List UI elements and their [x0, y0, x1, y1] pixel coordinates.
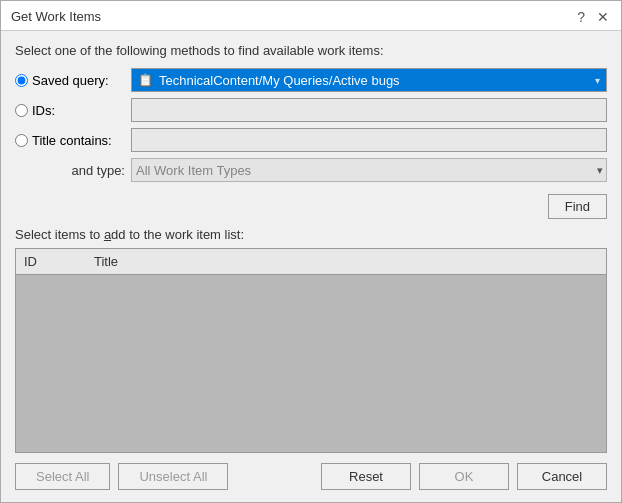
- title-contains-radio-label[interactable]: Title contains:: [15, 133, 125, 148]
- saved-query-field[interactable]: 📋 TechnicalContent/My Queries/Active bug…: [131, 68, 607, 92]
- ids-radio-label[interactable]: IDs:: [15, 103, 125, 118]
- column-header-title: Title: [86, 252, 606, 271]
- left-action-buttons: Select All Unselect All: [15, 463, 228, 490]
- close-button[interactable]: ✕: [595, 10, 611, 24]
- title-controls: ? ✕: [575, 10, 611, 24]
- and-type-select[interactable]: All Work Item Types: [131, 158, 607, 182]
- reset-button[interactable]: Reset: [321, 463, 411, 490]
- saved-query-row: Saved query: 📋 TechnicalContent/My Queri…: [15, 68, 607, 92]
- get-work-items-dialog: Get Work Items ? ✕ Select one of the fol…: [0, 0, 622, 503]
- find-button[interactable]: Find: [548, 194, 607, 219]
- title-contains-input[interactable]: [131, 128, 607, 152]
- table-header: ID Title: [16, 249, 606, 275]
- ids-input[interactable]: [131, 98, 607, 122]
- and-type-select-wrapper: All Work Item Types: [131, 158, 607, 182]
- dialog-body: Select one of the following methods to f…: [1, 31, 621, 502]
- saved-query-dropdown-arrow: ▾: [595, 75, 600, 86]
- ids-radio[interactable]: [15, 104, 28, 117]
- ids-row: IDs:: [15, 98, 607, 122]
- method-selection-rows: Saved query: 📋 TechnicalContent/My Queri…: [15, 68, 607, 182]
- work-items-table: ID Title: [15, 248, 607, 453]
- saved-query-radio-label[interactable]: Saved query:: [15, 73, 125, 88]
- title-contains-label: Title contains:: [32, 133, 112, 148]
- cancel-button[interactable]: Cancel: [517, 463, 607, 490]
- right-action-buttons: Reset OK Cancel: [321, 463, 607, 490]
- section1-label: Select one of the following methods to f…: [15, 43, 607, 58]
- unselect-all-button[interactable]: Unselect All: [118, 463, 228, 490]
- bottom-buttons: Select All Unselect All Reset OK Cancel: [15, 463, 607, 490]
- ids-label: IDs:: [32, 103, 55, 118]
- title-bar: Get Work Items ? ✕: [1, 1, 621, 31]
- section2-label: Select items to add to the work item lis…: [15, 227, 607, 242]
- title-contains-row: Title contains:: [15, 128, 607, 152]
- dialog-title: Get Work Items: [11, 9, 101, 24]
- select-all-button[interactable]: Select All: [15, 463, 110, 490]
- and-type-label: and type:: [15, 163, 125, 178]
- find-row: Find: [15, 194, 607, 219]
- query-icon: 📋: [138, 73, 153, 87]
- saved-query-radio[interactable]: [15, 74, 28, 87]
- title-contains-radio[interactable]: [15, 134, 28, 147]
- table-body: [16, 275, 606, 452]
- saved-query-label: Saved query:: [32, 73, 109, 88]
- saved-query-value: TechnicalContent/My Queries/Active bugs: [159, 73, 595, 88]
- and-type-row: and type: All Work Item Types: [15, 158, 607, 182]
- column-header-id: ID: [16, 252, 86, 271]
- help-button[interactable]: ?: [575, 10, 587, 24]
- ok-button[interactable]: OK: [419, 463, 509, 490]
